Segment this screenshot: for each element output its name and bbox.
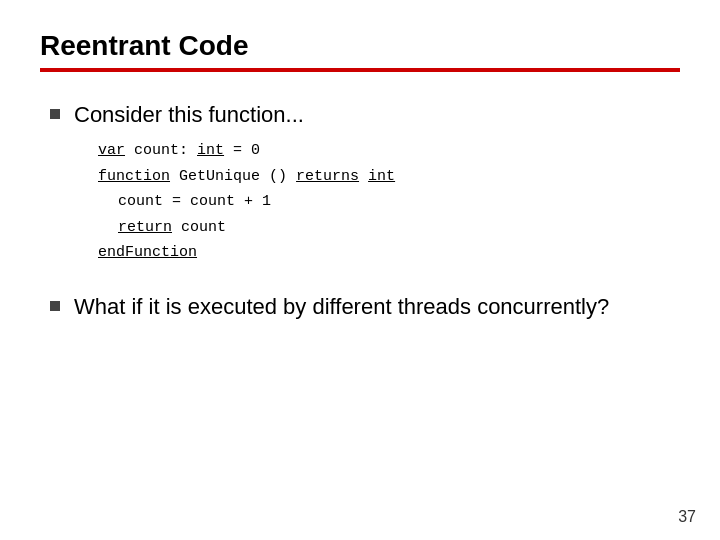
bullet-icon-2 (50, 301, 60, 311)
int-keyword-2: int (368, 168, 395, 185)
code-line-4: return count (98, 215, 395, 241)
slide-number: 37 (678, 508, 696, 526)
title-divider (40, 68, 680, 72)
int-keyword-1: int (197, 142, 224, 159)
code-line-3: count = count + 1 (98, 189, 395, 215)
endfunction-keyword: endFunction (98, 244, 197, 261)
var-keyword: var (98, 142, 125, 159)
code-line-1: var count: int = 0 (98, 138, 395, 164)
code-line-5: endFunction (98, 240, 395, 266)
function-keyword: function (98, 168, 170, 185)
bullet-text-1: Consider this function... var count: int… (74, 102, 395, 266)
bullet-item-2: What if it is executed by different thre… (50, 294, 680, 320)
bullet-icon-1 (50, 109, 60, 119)
bullet-item-1: Consider this function... var count: int… (50, 102, 680, 266)
return-keyword: return (118, 219, 172, 236)
code-line-2: function GetUnique () returns int (98, 164, 395, 190)
code-block: var count: int = 0 function GetUnique ()… (98, 138, 395, 266)
bullet-text-2: What if it is executed by different thre… (74, 294, 609, 320)
slide: Reentrant Code Consider this function...… (0, 0, 720, 540)
slide-content: Consider this function... var count: int… (40, 102, 680, 520)
slide-title: Reentrant Code (40, 30, 680, 62)
title-area: Reentrant Code (40, 30, 680, 96)
returns-keyword: returns (296, 168, 359, 185)
